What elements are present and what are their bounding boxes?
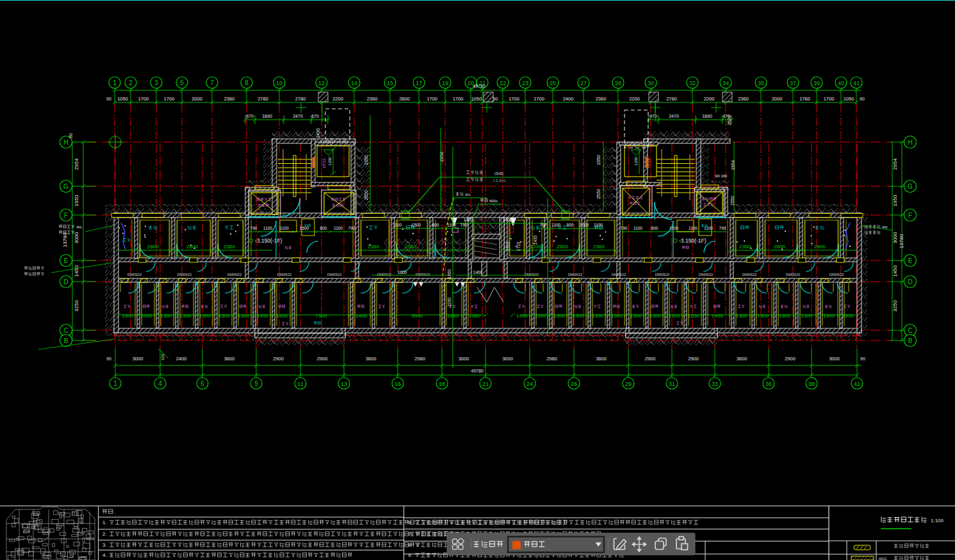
svg-text:790: 790 <box>250 226 257 230</box>
svg-text:G: G <box>908 183 913 190</box>
svg-text:1450: 1450 <box>257 313 268 319</box>
svg-text:2354: 2354 <box>731 160 735 170</box>
svg-text:1700: 1700 <box>509 96 519 102</box>
svg-text:1300: 1300 <box>199 313 211 319</box>
svg-text:36: 36 <box>765 381 772 387</box>
svg-text:10: 10 <box>276 80 282 86</box>
svg-text:4.: 4. <box>102 552 107 558</box>
svg-text:790: 790 <box>621 226 628 230</box>
svg-text:4%: 4% <box>882 225 888 229</box>
svg-text:2550: 2550 <box>364 190 368 200</box>
svg-text:3600: 3600 <box>224 356 235 362</box>
svg-text:1100: 1100 <box>551 223 560 227</box>
svg-text:1760: 1760 <box>799 96 810 102</box>
svg-text:DM0922: DM0922 <box>377 273 392 276</box>
svg-text:3000: 3000 <box>502 356 513 362</box>
svg-text:41: 41 <box>853 80 860 86</box>
svg-text:2358: 2358 <box>439 152 444 162</box>
svg-text:2980: 2980 <box>546 356 557 362</box>
svg-text:29: 29 <box>625 381 632 387</box>
svg-text:2200: 2200 <box>704 96 715 102</box>
svg-text:2900: 2900 <box>317 356 328 362</box>
svg-text:2200: 2200 <box>332 96 343 102</box>
svg-text:1300: 1300 <box>238 313 249 319</box>
svg-text:1500: 1500 <box>823 313 835 319</box>
svg-text:790: 790 <box>719 226 726 230</box>
svg-text:18: 18 <box>439 381 445 387</box>
svg-text:3250: 3250 <box>892 300 898 312</box>
svg-text:1200: 1200 <box>328 157 332 166</box>
svg-text:1700: 1700 <box>534 96 544 102</box>
svg-text:1300: 1300 <box>553 313 565 319</box>
svg-text:1100: 1100 <box>689 226 698 230</box>
svg-text:DM0922: DM0922 <box>127 273 142 276</box>
svg-text:C: C <box>63 327 68 334</box>
svg-text:1950: 1950 <box>892 195 898 206</box>
svg-text:19: 19 <box>442 80 448 86</box>
svg-text:38: 38 <box>808 381 815 387</box>
svg-text:1890: 1890 <box>702 114 712 118</box>
svg-text:1300: 1300 <box>573 313 584 319</box>
svg-text:(-1.2m): (-1.2m) <box>493 179 505 182</box>
svg-text:2230: 2230 <box>447 297 452 307</box>
svg-text:2980: 2980 <box>414 356 425 362</box>
svg-text:1450: 1450 <box>892 265 898 276</box>
svg-text:1300: 1300 <box>218 313 230 319</box>
svg-text:1450: 1450 <box>516 313 528 319</box>
svg-text:(3x5): (3x5) <box>494 172 503 175</box>
svg-text:DM0922: DM0922 <box>227 273 242 276</box>
svg-text:2780: 2780 <box>666 96 677 102</box>
svg-text:1700: 1700 <box>824 96 835 102</box>
svg-text:F: F <box>64 212 68 219</box>
svg-text:800: 800 <box>567 223 574 227</box>
svg-text:7.: 7. <box>408 531 412 537</box>
svg-text:1300: 1300 <box>669 313 680 319</box>
svg-text:800: 800 <box>651 226 658 230</box>
svg-text:1300: 1300 <box>649 313 661 319</box>
svg-text:1: 1 <box>113 79 117 86</box>
svg-text:2000: 2000 <box>772 96 783 102</box>
svg-text:D: D <box>908 278 912 285</box>
svg-text:2360: 2360 <box>224 244 235 250</box>
svg-text:DM0922: DM0922 <box>416 273 430 276</box>
svg-text:2500: 2500 <box>557 244 568 250</box>
svg-text:90: 90 <box>860 97 865 101</box>
svg-text:41: 41 <box>854 381 860 387</box>
svg-text:7: 7 <box>210 79 214 86</box>
svg-text:3000: 3000 <box>829 356 840 362</box>
svg-text:1450: 1450 <box>277 313 288 319</box>
svg-text:1.: 1. <box>102 520 107 525</box>
svg-text:1400: 1400 <box>503 218 512 222</box>
svg-text:1700: 1700 <box>138 96 149 102</box>
svg-text:790: 790 <box>348 226 355 230</box>
svg-text:1950: 1950 <box>74 195 79 206</box>
svg-text:220: 220 <box>161 353 165 360</box>
svg-text:1050: 1050 <box>471 96 482 102</box>
svg-text:1300: 1300 <box>611 313 623 319</box>
svg-text:2360: 2360 <box>596 96 607 102</box>
svg-text:1890: 1890 <box>262 114 272 118</box>
svg-text:1700: 1700 <box>427 96 437 102</box>
svg-text:2360: 2360 <box>367 96 378 102</box>
svg-text:600x: 600x <box>489 199 498 203</box>
svg-text:DM0922: DM0922 <box>327 273 342 276</box>
svg-text:1500: 1500 <box>122 313 133 319</box>
svg-text:12: 12 <box>318 80 325 86</box>
svg-text:1300: 1300 <box>592 313 603 319</box>
svg-text:2360: 2360 <box>593 244 605 250</box>
svg-text:2900: 2900 <box>645 356 656 362</box>
svg-text:2470: 2470 <box>669 114 679 118</box>
svg-text:B: B <box>908 337 913 344</box>
svg-text:26: 26 <box>571 381 577 387</box>
svg-text:1500: 1500 <box>842 313 853 319</box>
svg-text:90: 90 <box>106 356 111 361</box>
svg-text:9.: 9. <box>408 552 412 558</box>
svg-text:B: B <box>64 337 69 344</box>
svg-text:2780: 2780 <box>257 96 268 102</box>
svg-text:90: 90 <box>69 133 73 138</box>
svg-text:-3.025(1F+0.00): -3.025(1F+0.00) <box>623 141 653 147</box>
svg-text:1710: 1710 <box>516 241 521 251</box>
svg-text:-3.150(-1F): -3.150(-1F) <box>679 237 706 244</box>
svg-text:2560: 2560 <box>405 244 416 250</box>
svg-text:2350: 2350 <box>596 155 601 165</box>
